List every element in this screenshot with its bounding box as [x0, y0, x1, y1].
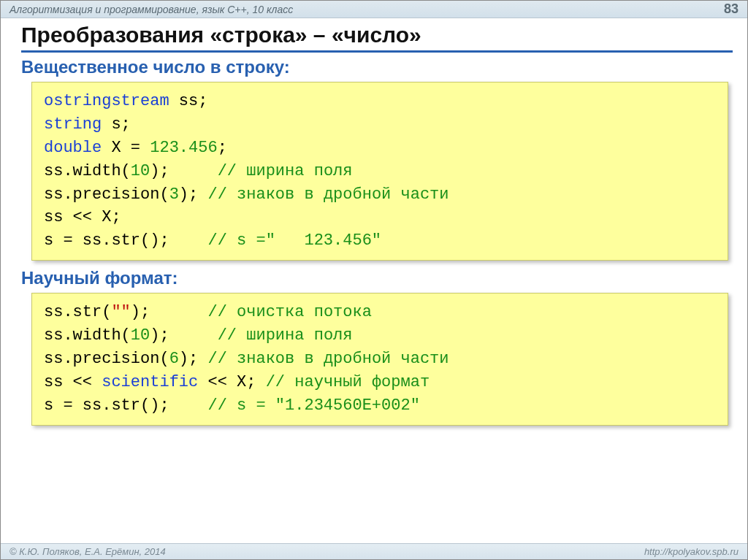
- code-comment: // ширина поля: [218, 162, 353, 180]
- code-text: s = ss.str();: [44, 396, 207, 415]
- slide-footer: © К.Ю. Поляков, Е.А. Ерёмин, 2014 http:/…: [1, 543, 747, 559]
- code-text: s = ss.str();: [44, 231, 207, 250]
- slide-content: Преобразования «строка» – «число» Вещест…: [1, 18, 747, 543]
- code-keyword: string: [44, 115, 102, 134]
- code-comment: // ширина поля: [218, 326, 353, 345]
- section2-heading: Научный формат:: [21, 268, 733, 288]
- slide-header: Алгоритмизация и программирование, язык …: [1, 1, 747, 18]
- page-title: Преобразования «строка» – «число»: [21, 23, 733, 53]
- code-text: ss.str(: [44, 303, 111, 321]
- url-label: http://kpolyakov.spb.ru: [644, 546, 739, 557]
- code-comment: // s =" 123.456": [207, 231, 381, 250]
- code-block-2: ss.str(""); // очистка потока ss.width(1…: [31, 293, 728, 425]
- code-comment: // s = "1.234560E+002": [207, 396, 419, 415]
- code-string: "": [111, 303, 130, 321]
- code-text: ss << X;: [44, 208, 121, 226]
- code-text: X =: [102, 139, 150, 157]
- code-text: );: [179, 185, 208, 204]
- course-label: Алгоритмизация и программирование, язык …: [9, 4, 293, 15]
- code-number: 3: [169, 185, 179, 204]
- code-text: s;: [102, 115, 131, 134]
- code-text: );: [179, 350, 208, 368]
- code-comment: // знаков в дробной части: [207, 350, 449, 368]
- code-text: ;: [218, 139, 227, 157]
- code-text: ss.precision(: [44, 185, 169, 204]
- code-comment: // очистка потока: [207, 303, 371, 321]
- code-text: ss.precision(: [44, 350, 169, 368]
- code-keyword: ostringstream: [44, 92, 169, 110]
- code-text: << X;: [198, 373, 265, 391]
- code-number: 10: [131, 162, 150, 180]
- code-text: ss.width(: [44, 326, 131, 345]
- code-comment: // знаков в дробной части: [207, 185, 449, 204]
- code-comment: // научный формат: [266, 373, 430, 391]
- code-text: ss.width(: [44, 162, 131, 180]
- copyright-label: © К.Ю. Поляков, Е.А. Ерёмин, 2014: [9, 546, 166, 557]
- code-text: );: [131, 303, 208, 321]
- code-text: );: [150, 162, 217, 180]
- code-keyword: scientific: [102, 373, 198, 391]
- page-number: 83: [724, 1, 739, 17]
- code-number: 6: [169, 350, 179, 368]
- code-text: ss <<: [44, 373, 102, 391]
- code-text: ss;: [169, 92, 208, 110]
- code-text: );: [150, 326, 217, 345]
- section1-heading: Вещественное число в строку:: [21, 57, 733, 77]
- code-number: 10: [131, 326, 150, 345]
- code-block-1: ostringstream ss; string s; double X = 1…: [31, 82, 728, 261]
- code-number: 123.456: [150, 139, 217, 157]
- code-keyword: double: [44, 139, 102, 157]
